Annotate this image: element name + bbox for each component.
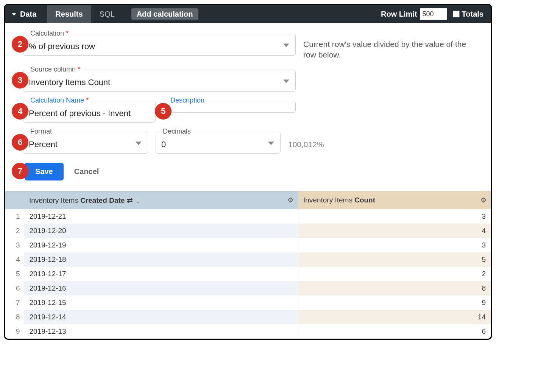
gear-icon[interactable]: ⚙ [480,196,487,204]
row-limit-label: Row Limit [381,10,417,19]
source-column-value: Inventory Items Count [29,78,290,87]
source-column-label: Source column * [28,65,83,73]
calculation-label: Calculation * [28,30,71,37]
step-badge-7: 7 [12,163,28,179]
top-bar: Data Results SQL Add calculation Row Lim… [5,5,491,23]
row-limit-group: Row Limit [381,5,453,23]
cell-count: 9 [298,296,491,310]
cell-created-date: 2019-12-15 [24,296,298,310]
column-header-count[interactable]: Inventory Items Count ⚙ [298,191,491,209]
results-table: Inventory Items Created Date ⇄ ↓ ⚙ Inven… [5,191,491,339]
row-number: 2 [5,224,24,238]
table-row[interactable]: 92019-12-136 [5,324,491,339]
chevron-down-icon [283,79,289,83]
row-number: 8 [5,310,24,324]
cell-created-date: 2019-12-17 [24,267,298,281]
format-preview: 100,012% [288,132,324,149]
table-row[interactable]: 22019-12-204 [5,224,491,238]
chevron-down-icon [283,44,289,47]
description-label: Description [168,96,207,104]
calculation-value: % of previous row [29,42,290,51]
calculation-select[interactable]: Calculation * % of previous row [23,34,296,56]
row-limit-input[interactable] [420,8,447,20]
app-frame: Data Results SQL Add calculation Row Lim… [4,4,492,340]
step-badge-2: 2 [12,36,28,53]
tab-data-label: Data [20,10,36,19]
cell-count: 6 [298,324,491,339]
gear-icon[interactable]: ⚙ [287,196,293,204]
row-number: 5 [5,267,24,281]
table-row[interactable]: 32019-12-193 [5,238,491,252]
step-badge-3: 3 [12,72,28,89]
row-number: 4 [5,252,24,267]
tab-data[interactable]: Data [5,5,47,23]
cell-count: 3 [298,238,491,252]
row-number: 9 [5,324,24,339]
table-row[interactable]: 42019-12-185 [5,252,491,267]
table-row[interactable]: 12019-12-213 [5,209,491,224]
tab-sql-label: SQL [100,10,115,19]
totals-group: Totals [453,5,491,23]
decimals-select[interactable]: Decimals 0 [156,132,281,154]
step-badge-5: 5 [155,103,172,120]
calculation-name-input[interactable]: Calculation Name * Percent of previous -… [23,101,156,123]
decimals-value: 0 [161,140,275,149]
row-number: 7 [5,296,24,310]
cell-created-date: 2019-12-20 [24,224,298,238]
table-row[interactable]: 72019-12-159 [5,296,491,310]
row-number: 6 [5,281,24,296]
calculation-name-value: Percent of previous - Invent [29,109,150,118]
format-select[interactable]: Format Percent [23,132,148,154]
format-value: Percent [29,140,142,149]
decimals-label: Decimals [161,128,193,135]
cell-count: 2 [298,267,491,281]
cancel-button[interactable]: Cancel [74,167,99,176]
caret-down-icon [12,13,16,16]
cell-created-date: 2019-12-19 [24,238,298,252]
add-calculation-label: Add calculation [131,8,198,20]
chevron-down-icon [136,142,142,145]
table-row[interactable]: 62019-12-168 [5,281,491,296]
cell-created-date: 2019-12-16 [24,281,298,296]
calculation-form: 2 Calculation * % of previous row Curren… [5,23,491,191]
sort-icon[interactable]: ⇄ ↓ [127,196,141,204]
row-number: 3 [5,238,24,252]
calculation-hint: Current row's value divided by the value… [303,34,477,61]
row-number: 1 [5,209,24,224]
tab-results[interactable]: Results [47,5,91,23]
tab-add-calculation[interactable]: Add calculation [123,5,207,23]
format-label: Format [28,128,54,135]
spacer [207,5,381,23]
cell-count: 5 [298,252,491,267]
row-number-header [5,191,24,209]
save-button[interactable]: Save [25,163,64,180]
column-header-created-date[interactable]: Inventory Items Created Date ⇄ ↓ ⚙ [24,191,298,209]
totals-checkbox[interactable] [453,11,460,17]
tab-results-label: Results [55,10,83,19]
cell-count: 14 [298,310,491,324]
step-badge-6: 6 [12,134,28,151]
cell-created-date: 2019-12-14 [24,310,298,324]
tab-sql[interactable]: SQL [91,5,123,23]
source-column-select[interactable]: Source column * Inventory Items Count [23,70,296,92]
cell-count: 3 [298,209,491,224]
table-row[interactable]: 82019-12-1414 [5,310,491,324]
table-row[interactable]: 52019-12-172 [5,267,491,281]
calculation-name-label: Calculation Name * [28,96,91,104]
description-input[interactable]: Description [163,101,296,113]
cell-created-date: 2019-12-21 [24,209,298,224]
cell-created-date: 2019-12-18 [24,252,298,267]
chevron-down-icon [268,142,274,145]
cell-count: 4 [298,224,491,238]
cell-created-date: 2019-12-13 [24,324,298,339]
step-badge-4: 4 [12,103,28,120]
cell-count: 8 [298,281,491,296]
totals-label: Totals [462,10,483,19]
